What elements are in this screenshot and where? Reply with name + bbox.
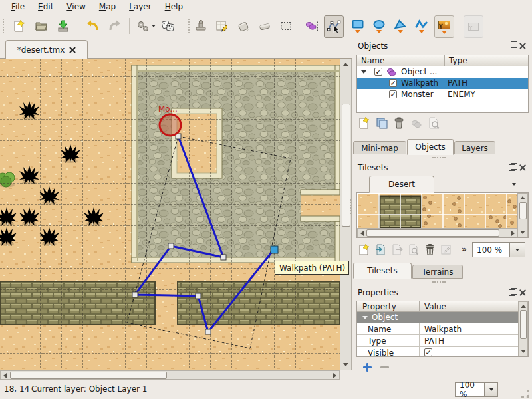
toolbar-overflow[interactable]: » — [462, 245, 467, 254]
property-type-label[interactable]: Type — [357, 335, 420, 347]
add-object-button[interactable] — [358, 116, 370, 130]
object-visible-checkbox[interactable]: ✓ — [389, 90, 397, 98]
column-header-property[interactable]: Property — [357, 301, 420, 312]
menu-view[interactable]: View — [61, 1, 91, 13]
document-tab[interactable]: *desert.tmx — [5, 40, 88, 59]
random-mode-button[interactable] — [158, 15, 177, 37]
float-button[interactable] — [507, 163, 516, 172]
property-name-label[interactable]: Name — [357, 323, 420, 335]
rect-select-button[interactable] — [277, 15, 295, 37]
menu-layer[interactable]: Layer — [123, 1, 157, 13]
add-property-button[interactable] — [362, 362, 372, 372]
menu-edit[interactable]: Edit — [32, 1, 59, 13]
stamp-brush-button[interactable] — [192, 15, 210, 37]
select-objects-button[interactable] — [302, 15, 321, 37]
tab-tilesets[interactable]: Tilesets — [353, 263, 412, 279]
property-type-value[interactable]: PATH — [420, 335, 519, 347]
map-canvas[interactable]: .y .b1{fill:#a3c544;stroke:#6f9226;strok… — [0, 59, 340, 370]
menu-map[interactable]: Map — [93, 1, 122, 13]
new-map-button[interactable] — [9, 15, 28, 37]
combo-dropdown-button[interactable] — [509, 242, 525, 257]
column-header-value[interactable]: Value — [420, 301, 519, 312]
insert-tile-button[interactable] — [434, 15, 454, 38]
float-button[interactable] — [507, 288, 516, 297]
monster-object[interactable] — [160, 114, 181, 136]
chevron-down-icon — [442, 31, 447, 34]
hscroll-thumb[interactable] — [10, 372, 167, 379]
expander-icon[interactable] — [362, 316, 368, 319]
visible-checkbox[interactable]: ✓ — [424, 348, 432, 356]
tileset-tab-desert[interactable]: Desert — [369, 176, 434, 193]
layer-visible-checkbox[interactable]: ✓ — [374, 68, 382, 76]
delete-object-button[interactable] — [393, 116, 405, 130]
undo-button[interactable] — [84, 15, 102, 37]
map-zoom-combo[interactable]: 100 % — [455, 382, 498, 397]
save-button[interactable] — [54, 15, 72, 37]
monster-row[interactable]: ✓ Monster ENEMY — [357, 89, 528, 100]
canvas-vscrollbar[interactable] — [340, 59, 352, 370]
menu-bar: File Edit View Map Layer Help — [0, 0, 532, 13]
property-visible-value[interactable]: ✓ — [420, 347, 519, 357]
main-toolbar — [0, 13, 532, 39]
splitter-handle[interactable] — [350, 200, 351, 214]
edit-polygons-button[interactable] — [324, 15, 344, 38]
open-button[interactable] — [32, 15, 51, 37]
selected-vertex[interactable] — [271, 246, 278, 253]
group-label: Object — [372, 313, 398, 322]
dock-splitter[interactable] — [352, 39, 352, 379]
properties-table: Property Value Object Name Walkpath Type… — [356, 301, 529, 357]
dice-icon — [160, 19, 175, 33]
canvas-hscrollbar[interactable] — [0, 370, 340, 380]
object-visible-checkbox[interactable]: ✓ — [389, 79, 397, 87]
menu-help[interactable]: Help — [159, 1, 189, 13]
object-layer-row[interactable]: ✓ Object ... — [357, 66, 528, 78]
toolbar-separator — [76, 18, 76, 34]
property-visible-label[interactable]: Visible — [357, 347, 420, 357]
walkpath-row[interactable]: ✓ Walkpath PATH — [357, 78, 528, 89]
bucket-fill-button[interactable] — [234, 15, 253, 37]
tab-terrains[interactable]: Terrains — [412, 265, 463, 279]
remove-tileset-button[interactable] — [424, 243, 436, 256]
toolbar-handle[interactable] — [3, 19, 7, 33]
tileset-zoom-combo[interactable]: 100 % — [472, 242, 525, 257]
tileset-list-chevron[interactable] — [512, 183, 516, 186]
column-header-type[interactable]: Type — [445, 55, 528, 66]
close-button[interactable] — [519, 289, 528, 297]
objects-dock-title: Objects — [358, 41, 388, 51]
close-button[interactable] — [519, 164, 528, 172]
close-button[interactable] — [519, 42, 528, 51]
splitter-handle[interactable] — [432, 157, 446, 158]
export-tileset-button — [391, 243, 403, 256]
float-button[interactable] — [507, 41, 516, 50]
redo-button[interactable] — [105, 15, 124, 37]
terrain-brush-button[interactable] — [213, 15, 231, 37]
insert-ellipse-button[interactable] — [370, 15, 388, 37]
chevron-down-icon — [152, 25, 156, 27]
expander-icon[interactable] — [361, 70, 366, 74]
import-tileset-button[interactable] — [374, 243, 386, 256]
tileset-vscrollbar[interactable] — [517, 193, 528, 237]
close-icon[interactable] — [69, 47, 76, 53]
duplicate-object-button[interactable] — [375, 116, 388, 130]
insert-rectangle-button[interactable] — [348, 15, 367, 37]
splitter-handle[interactable] — [432, 281, 446, 283]
insert-polyline-button[interactable] — [412, 15, 431, 37]
tab-objects[interactable]: Objects — [407, 139, 454, 155]
commands-button[interactable] — [134, 15, 157, 37]
resize-grip[interactable] — [521, 390, 529, 398]
tileset-hscrollbar[interactable] — [357, 228, 518, 237]
new-tileset-button[interactable] — [358, 243, 370, 256]
property-name-value[interactable]: Walkpath — [420, 323, 519, 335]
objects-toolbar — [358, 116, 441, 131]
property-group-object[interactable]: Object — [357, 312, 519, 323]
properties-vscrollbar[interactable] — [518, 301, 528, 356]
tileset-image[interactable] — [358, 194, 518, 228]
eraser-button[interactable] — [255, 15, 274, 37]
combo-dropdown-button[interactable] — [484, 382, 498, 397]
menu-file[interactable]: File — [5, 1, 31, 13]
insert-polygon-button[interactable] — [391, 15, 410, 37]
column-header-name[interactable]: Name — [357, 55, 445, 66]
tab-mini-map[interactable]: Mini-map — [353, 141, 406, 154]
tab-layers[interactable]: Layers — [454, 141, 495, 154]
edit-tileset-button — [440, 243, 452, 256]
